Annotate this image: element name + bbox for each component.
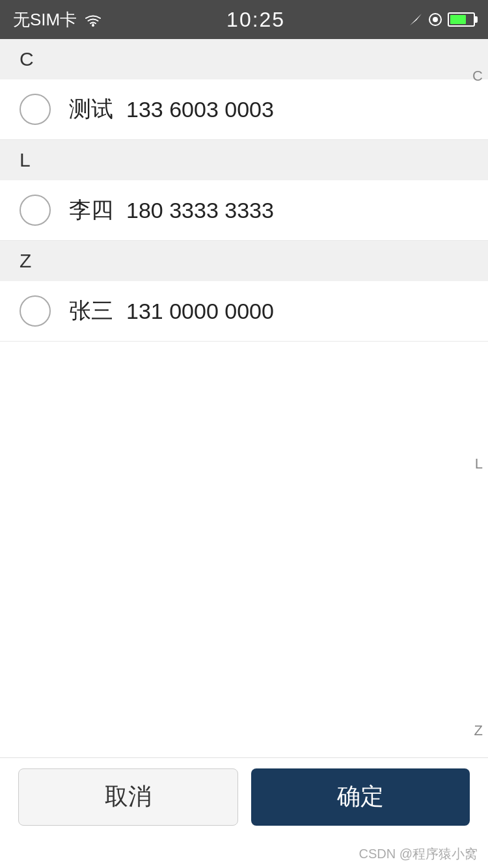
bottom-action-bar: 取消 确定 xyxy=(0,757,488,835)
status-right xyxy=(409,12,475,27)
radio-lisi[interactable] xyxy=(20,195,51,226)
svg-marker-1 xyxy=(410,14,422,25)
wifi-icon xyxy=(83,12,103,27)
status-time: 10:25 xyxy=(226,8,285,32)
alpha-index-l[interactable]: L xyxy=(475,455,483,472)
confirm-button[interactable]: 确定 xyxy=(251,768,470,826)
svg-point-3 xyxy=(433,17,438,22)
lock-icon xyxy=(428,12,442,27)
section-header-c: C xyxy=(0,39,488,79)
contact-name-zhangsan: 张三 xyxy=(69,296,113,326)
location-icon xyxy=(409,12,423,27)
status-bar: 无SIM卡 10:25 xyxy=(0,0,488,39)
contact-phone-zhangsan: 131 0000 0000 xyxy=(126,299,274,324)
contact-phone-lisi: 180 3333 3333 xyxy=(126,198,274,223)
radio-ceshi[interactable] xyxy=(20,94,51,125)
radio-zhangsan[interactable] xyxy=(20,295,51,327)
contact-row-ceshi[interactable]: 测试 133 6003 0003 xyxy=(0,79,488,140)
contact-info-lisi: 李四 180 3333 3333 xyxy=(69,195,274,225)
contact-info-ceshi: 测试 133 6003 0003 xyxy=(69,94,274,124)
alpha-index-c[interactable]: C xyxy=(472,68,483,85)
svg-point-0 xyxy=(92,24,94,27)
contact-row-zhangsan[interactable]: 张三 131 0000 0000 xyxy=(0,281,488,342)
section-header-z: Z xyxy=(0,241,488,281)
alpha-index-z[interactable]: Z xyxy=(474,722,483,739)
contact-phone-ceshi: 133 6003 0003 xyxy=(126,97,274,122)
contact-row-lisi[interactable]: 李四 180 3333 3333 xyxy=(0,180,488,241)
contact-name-ceshi: 测试 xyxy=(69,94,113,124)
empty-space xyxy=(0,342,488,797)
sim-text: 无SIM卡 xyxy=(13,8,77,31)
cancel-button[interactable]: 取消 xyxy=(18,768,238,826)
contact-name-lisi: 李四 xyxy=(69,195,113,225)
footer-watermark: CSDN @程序猿小窝 xyxy=(359,845,478,863)
status-left: 无SIM卡 xyxy=(13,8,103,31)
contact-info-zhangsan: 张三 131 0000 0000 xyxy=(69,296,274,326)
section-header-l: L xyxy=(0,140,488,180)
contact-list-wrapper: C 测试 133 6003 0003 L 李四 180 3333 3333 Z … xyxy=(0,39,488,757)
battery-icon xyxy=(448,12,475,27)
